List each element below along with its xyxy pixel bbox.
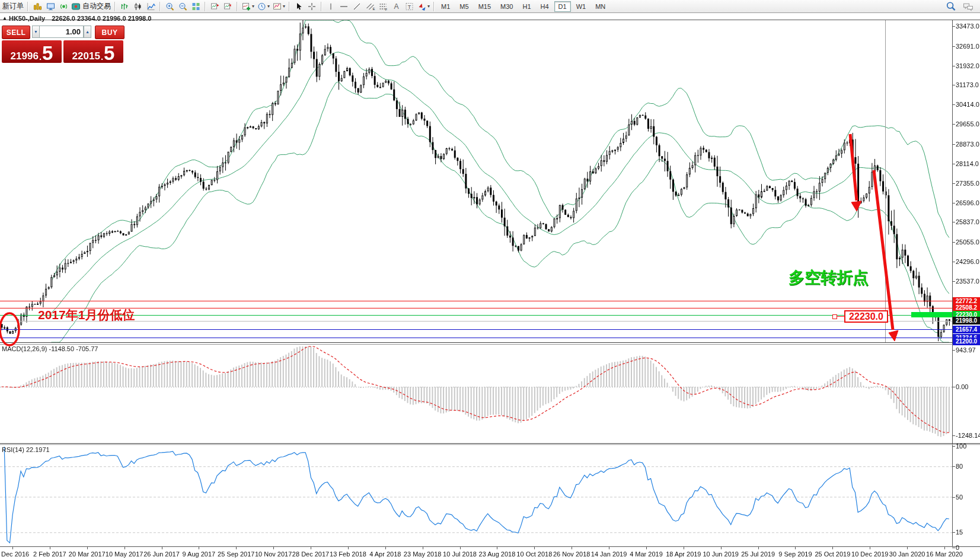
red-ellipse-annotation[interactable]: [0, 313, 19, 345]
mt4-window: 新订单 自动交易 ▾ ▾ ▾ E F A T ▾: [0, 0, 980, 560]
red-arrow-2[interactable]: [874, 170, 898, 341]
drawing-objects-overlay: [0, 0, 980, 560]
red-arrow-1[interactable]: [850, 134, 861, 211]
